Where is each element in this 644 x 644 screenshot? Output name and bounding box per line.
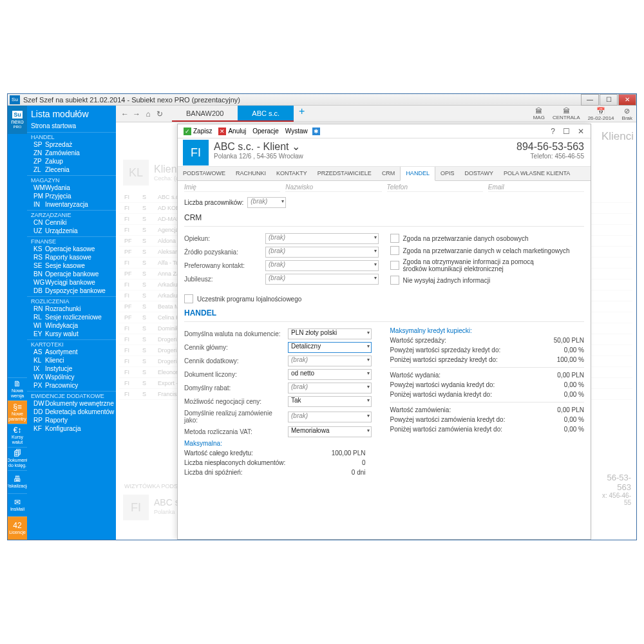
- maximize-icon[interactable]: ☐: [560, 127, 573, 136]
- operations-button[interactable]: Operacje: [251, 128, 281, 135]
- sidebar-item[interactable]: BNOperacje bankowe: [27, 270, 116, 278]
- rail-item[interactable]: 🗎Nowawersja: [8, 377, 27, 401]
- handel-select[interactable]: Memoriałowa: [288, 426, 372, 437]
- sidebar-item[interactable]: EYKursy walut: [27, 330, 116, 338]
- sidebar-item[interactable]: ZPZakup: [27, 157, 116, 166]
- sidebar-item[interactable]: INInwentaryzacja: [27, 200, 116, 209]
- tab-banaw[interactable]: BANAW200: [172, 106, 238, 122]
- sidebar-item[interactable]: CNCenniki: [27, 218, 116, 227]
- editor-tab-podstawowe[interactable]: PODSTAWOWE: [178, 167, 231, 180]
- client-title[interactable]: ABC s.c. - Klient ⌄: [214, 140, 510, 153]
- sidebar-item[interactable]: RNRozrachunki: [27, 305, 116, 313]
- rail-item[interactable]: 🖶Fiskalizacja: [8, 470, 27, 493]
- sidebar-item[interactable]: RPRaporty: [27, 416, 116, 424]
- save-button[interactable]: ✓Zapisz: [182, 128, 214, 135]
- sidebar-item[interactable]: ZNZamówienia: [27, 149, 116, 157]
- handel-select[interactable]: (brak): [288, 355, 372, 366]
- sidebar-item[interactable]: WMWydania: [27, 184, 116, 192]
- client-phone: Telefon: 456-46-55: [516, 153, 584, 160]
- first-name-input[interactable]: Imię: [184, 183, 280, 192]
- sidebar-item[interactable]: SESesje kasowe: [27, 261, 116, 270]
- sidebar-section: KARTOTEKI: [27, 339, 116, 348]
- editor-tab-handel[interactable]: HANDEL: [400, 167, 435, 181]
- nav-back[interactable]: ←: [119, 109, 131, 118]
- consent-checkbox[interactable]: [390, 276, 399, 285]
- editor-tabs: PODSTAWOWERACHUNKIKONTAKTYPRZEDSTAWICIEL…: [178, 167, 591, 181]
- sidebar-item[interactable]: SPSprzedaż: [27, 140, 116, 149]
- sidebar-item[interactable]: PXPracownicy: [27, 381, 116, 390]
- nav-home[interactable]: ⌂: [142, 109, 154, 118]
- sidebar-item[interactable]: KFKonfiguracja: [27, 424, 116, 433]
- employees-select[interactable]: (brak): [247, 197, 286, 208]
- editor-tab-opis[interactable]: OPIS: [435, 167, 460, 180]
- sidebar-item[interactable]: KSOperacje kasowe: [27, 245, 116, 253]
- editor-tab-przedstawiciele[interactable]: PRZEDSTAWICIELE: [312, 167, 377, 180]
- editor-tab-kontakty[interactable]: KONTAKTY: [271, 167, 312, 180]
- sidebar-item[interactable]: WXWspólnicy: [27, 373, 116, 381]
- editor-tab-rachunki[interactable]: RACHUNKI: [231, 167, 271, 180]
- handel-select[interactable]: Detaliczny: [288, 342, 372, 353]
- handel-select[interactable]: Tak: [288, 396, 372, 407]
- crm-select[interactable]: (brak): [265, 233, 379, 244]
- handel-select[interactable]: od netto: [288, 369, 372, 380]
- consent-checkbox[interactable]: [390, 261, 399, 270]
- editor-tab-crm[interactable]: CRM: [377, 167, 401, 180]
- sidebar-section: MAGAZYN: [27, 175, 116, 184]
- sidebar-item[interactable]: DBDyspozycje bankowe: [27, 287, 116, 295]
- maximize-button[interactable]: ☐: [600, 94, 618, 106]
- handel-select[interactable]: PLN złoty polski: [288, 328, 372, 339]
- handel-select[interactable]: (brak): [288, 412, 372, 422]
- close-button[interactable]: ✕: [618, 94, 636, 106]
- crm-select[interactable]: (brak): [265, 274, 379, 285]
- sidebar-item[interactable]: KLKlienci: [27, 356, 116, 365]
- sidebar-item[interactable]: ZLZlecenia: [27, 166, 116, 174]
- crm-select[interactable]: (brak): [265, 247, 379, 258]
- issue-button[interactable]: Wystaw: [283, 128, 310, 135]
- header-status-brak[interactable]: ⊘Brak: [622, 107, 632, 121]
- sidebar-item[interactable]: WIWindykacja: [27, 321, 116, 330]
- rail-item[interactable]: 🗐Dokumentdo księg.: [8, 447, 27, 470]
- consent-checkbox[interactable]: [390, 234, 399, 243]
- help-icon[interactable]: ?: [548, 127, 558, 136]
- crm-select[interactable]: (brak): [265, 260, 379, 271]
- main-area: ← → ⌂ ↻ BANAW200 ABC s.c. + 🏛MAG🏛CENTRAL…: [116, 106, 636, 540]
- gear-icon[interactable]: ✱: [312, 128, 320, 135]
- minimize-button[interactable]: —: [581, 94, 599, 106]
- cancel-button[interactable]: ✕Anuluj: [216, 128, 248, 135]
- nav-forward[interactable]: →: [131, 109, 142, 118]
- sidebar-item[interactable]: WGWyciągi bankowe: [27, 278, 116, 287]
- sidebar-item[interactable]: UZUrządzenia: [27, 227, 116, 235]
- editor-tab-dostawy[interactable]: DOSTAWY: [459, 167, 498, 180]
- header-status-centrala[interactable]: 🏛CENTRALA: [553, 107, 580, 121]
- rail-item[interactable]: §≡Noweparamtry: [8, 401, 27, 424]
- rail-item[interactable]: ✉InsMail: [8, 493, 27, 516]
- sidebar-item[interactable]: ASAsortyment: [27, 348, 116, 356]
- header-status-26-02-2014[interactable]: 📅26-02-2014: [588, 107, 614, 121]
- email-input[interactable]: Email: [488, 183, 584, 192]
- sidebar-item[interactable]: IXInstytucje: [27, 365, 116, 373]
- sidebar-start[interactable]: Strona startowa: [27, 121, 116, 131]
- client-badge-icon: FI: [183, 140, 209, 166]
- tab-abc[interactable]: ABC s.c.: [238, 106, 294, 122]
- close-icon[interactable]: ✕: [575, 127, 587, 136]
- handel-select[interactable]: (brak): [288, 383, 372, 393]
- sidebar-item[interactable]: DWDokumenty wewnętrzne: [27, 399, 116, 408]
- sidebar-item[interactable]: RLSesje rozliczeniowe: [27, 313, 116, 321]
- client-nip: 894-56-53-563: [516, 141, 584, 153]
- nav-refresh[interactable]: ↻: [154, 109, 166, 118]
- employees-label: Liczba pracowników:: [184, 199, 243, 206]
- header-status-mag[interactable]: 🏛MAG: [533, 107, 545, 121]
- editor-tab-pola własne klienta[interactable]: POLA WŁASNE KLIENTA: [498, 167, 575, 180]
- sidebar-item[interactable]: DDDekretacja dokumentów: [27, 408, 116, 416]
- loyalty-label: Uczestnik programu lojalnościowego: [197, 296, 301, 303]
- sidebar-item[interactable]: RSRaporty kasowe: [27, 253, 116, 261]
- app-icon: Su: [10, 95, 20, 104]
- rail-item[interactable]: €↕Kursywalut: [8, 424, 27, 447]
- rail-item[interactable]: 42Licencje: [8, 516, 27, 540]
- last-name-input[interactable]: Nazwisko: [285, 183, 381, 192]
- consent-checkbox[interactable]: [390, 246, 399, 255]
- loyalty-checkbox[interactable]: [184, 294, 193, 303]
- phone-input[interactable]: Telefon: [387, 183, 483, 192]
- tab-add[interactable]: +: [294, 106, 310, 122]
- sidebar-item[interactable]: PMPrzyjęcia: [27, 192, 116, 200]
